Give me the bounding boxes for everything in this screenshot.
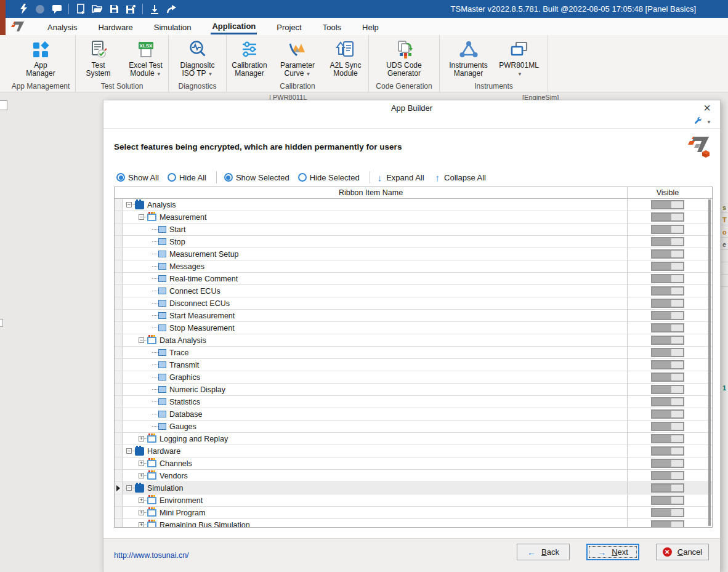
table-row-measurement-setup[interactable]: Measurement Setup xyxy=(115,248,712,260)
visible-toggle[interactable] xyxy=(651,311,684,320)
action-expand-all[interactable]: ↓Expand All xyxy=(378,172,424,183)
collapse-toggle-icon[interactable]: − xyxy=(139,337,144,343)
visible-cell xyxy=(627,371,708,383)
menu-item-hardware[interactable]: Hardware xyxy=(97,20,134,33)
table-row-start-measurement[interactable]: Start Measurement xyxy=(115,310,712,322)
table-row-analysis[interactable]: −Analysis xyxy=(115,199,712,211)
menu-item-project[interactable]: Project xyxy=(275,20,302,33)
visible-toggle[interactable] xyxy=(651,409,684,419)
table-row-graphics[interactable]: Graphics xyxy=(115,371,712,384)
visible-toggle[interactable] xyxy=(651,360,684,369)
settings-wrench-button[interactable]: ▼ xyxy=(694,116,711,128)
visible-toggle[interactable] xyxy=(651,434,684,443)
visible-toggle[interactable] xyxy=(651,483,684,493)
visible-toggle[interactable] xyxy=(651,237,684,246)
collapse-toggle-icon[interactable]: − xyxy=(139,214,144,220)
expand-toggle-icon[interactable]: + xyxy=(139,436,144,441)
collapse-toggle-icon[interactable]: − xyxy=(126,448,132,454)
table-row-remaining-bus-simulation[interactable]: +Remaining Bus Simulation xyxy=(115,519,712,528)
expand-toggle-icon[interactable]: + xyxy=(139,522,144,528)
export-icon[interactable] xyxy=(165,3,177,15)
visible-toggle[interactable] xyxy=(651,471,684,480)
visible-toggle[interactable] xyxy=(651,508,684,517)
table-row-statistics[interactable]: Statistics xyxy=(115,396,712,408)
table-row-disconnect-ecus[interactable]: Disconnect ECUs xyxy=(115,297,712,310)
leaf-icon xyxy=(158,386,166,393)
table-row-measurement[interactable]: −Measurement xyxy=(115,211,712,224)
expand-toggle-icon[interactable]: + xyxy=(139,497,144,503)
visible-toggle[interactable] xyxy=(651,323,684,332)
visible-toggle[interactable] xyxy=(651,299,684,308)
website-link[interactable]: http://www.tosunai.cn/ xyxy=(114,551,189,560)
menu-item-application[interactable]: Application xyxy=(211,19,257,34)
lightning-icon[interactable] xyxy=(17,3,30,15)
expand-toggle-icon[interactable]: + xyxy=(139,473,144,478)
visible-toggle[interactable] xyxy=(651,459,684,468)
table-row-environment[interactable]: +Environment xyxy=(115,494,712,507)
visible-toggle[interactable] xyxy=(651,446,684,456)
visible-toggle[interactable] xyxy=(651,262,684,271)
close-icon[interactable]: × xyxy=(700,101,714,115)
table-row-stop-measurement[interactable]: Stop Measurement xyxy=(115,322,712,334)
visible-toggle[interactable] xyxy=(651,520,684,528)
toggle-knob xyxy=(671,300,683,307)
background-text-fragment: 1 xyxy=(722,384,726,392)
vertical-scrollbar[interactable] xyxy=(708,199,711,526)
cancel-button[interactable]: ✕Cancel xyxy=(656,544,709,560)
table-row-start[interactable]: Start xyxy=(115,224,712,236)
visible-toggle[interactable] xyxy=(651,249,684,259)
table-row-real-time-comment[interactable]: Real-time Comment xyxy=(115,273,712,285)
visible-toggle[interactable] xyxy=(651,336,684,345)
visible-toggle[interactable] xyxy=(651,274,684,283)
radio-hide-all[interactable]: Hide All xyxy=(168,173,206,182)
radio-show-all[interactable]: Show All xyxy=(116,173,159,182)
visible-toggle[interactable] xyxy=(651,385,684,394)
open-folder-icon[interactable] xyxy=(91,3,103,15)
table-row-data-analysis[interactable]: −Data Analysis xyxy=(115,334,712,347)
radio-show-selected[interactable]: Show Selected xyxy=(224,173,289,182)
record-icon[interactable] xyxy=(34,3,46,15)
import-icon[interactable] xyxy=(148,3,161,15)
visible-toggle[interactable] xyxy=(651,200,684,209)
save-icon[interactable] xyxy=(108,3,120,15)
visible-toggle[interactable] xyxy=(651,212,684,222)
table-row-connect-ecus[interactable]: Connect ECUs xyxy=(115,285,712,297)
expand-toggle-icon[interactable]: + xyxy=(139,510,144,515)
menu-item-simulation[interactable]: Simulation xyxy=(153,20,193,33)
visible-toggle[interactable] xyxy=(651,348,684,357)
new-file-icon[interactable] xyxy=(75,3,87,15)
table-row-gauges[interactable]: Gauges xyxy=(115,421,712,433)
expand-toggle-icon[interactable]: + xyxy=(139,461,144,466)
table-row-logging-and-replay[interactable]: +Logging and Replay xyxy=(115,433,712,445)
table-row-hardware[interactable]: −Hardware xyxy=(115,445,712,457)
back-button[interactable]: ←Back xyxy=(517,544,570,560)
visible-toggle[interactable] xyxy=(651,225,684,234)
menu-item-analysis[interactable]: Analysis xyxy=(46,20,78,33)
action-collapse-all[interactable]: ↑Collapse All xyxy=(435,172,486,183)
table-row-transmit[interactable]: Transmit xyxy=(115,359,712,371)
visible-toggle[interactable] xyxy=(651,373,684,382)
visible-toggle[interactable] xyxy=(651,422,684,431)
table-row-stop[interactable]: Stop xyxy=(115,236,712,248)
visible-toggle[interactable] xyxy=(651,397,684,406)
table-row-mini-program[interactable]: +Mini Program xyxy=(115,507,712,519)
table-row-trace[interactable]: Trace xyxy=(115,347,712,359)
table-row-numeric-display[interactable]: Numeric Display xyxy=(115,384,712,396)
table-row-database[interactable]: Database xyxy=(115,408,712,421)
visible-toggle[interactable] xyxy=(651,496,684,505)
table-row-channels[interactable]: +Channels xyxy=(115,457,712,470)
next-button[interactable]: →Next xyxy=(586,544,639,560)
name-cell: Measurement Setup xyxy=(123,248,627,260)
menu-item-help[interactable]: Help xyxy=(361,20,380,33)
menu-item-tools[interactable]: Tools xyxy=(322,20,342,33)
collapse-toggle-icon[interactable]: − xyxy=(126,485,132,491)
table-row-simulation[interactable]: −Simulation xyxy=(115,482,712,494)
title-bar: TSMaster v2022.8.5.781. Built @2022-08-0… xyxy=(0,0,728,18)
table-row-messages[interactable]: Messages xyxy=(115,260,712,273)
visible-toggle[interactable] xyxy=(651,286,684,296)
chat-icon[interactable] xyxy=(51,3,63,15)
table-row-vendors[interactable]: +Vendors xyxy=(115,470,712,482)
save-as-icon[interactable] xyxy=(124,3,137,15)
radio-hide-selected[interactable]: Hide Selected xyxy=(298,173,360,182)
collapse-toggle-icon[interactable]: − xyxy=(126,202,132,207)
